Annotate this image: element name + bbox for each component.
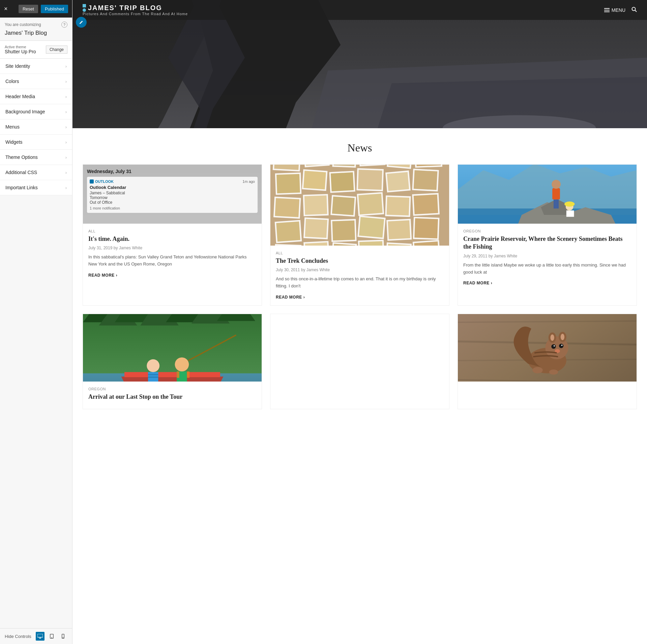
card-crane-title: Crane Prairie Reservoir, Where the Scene… (463, 235, 631, 251)
menu-item-important-links[interactable]: Important Links › (0, 180, 72, 195)
card-crane-read-more[interactable]: READ MORE › (463, 281, 492, 285)
svg-rect-36 (304, 195, 328, 216)
menu-item-site-identity[interactable]: Site Identity › (0, 59, 72, 74)
logo-dot-bottom (83, 8, 86, 12)
menu-item-label-theme-options: Theme Options (5, 155, 38, 160)
notification-date: Wednesday, July 31 (87, 169, 258, 174)
svg-point-67 (564, 201, 575, 206)
svg-point-95 (554, 345, 555, 346)
card-its-time-read-more[interactable]: READ MORE › (88, 273, 117, 278)
svg-line-11 (635, 10, 637, 12)
card-squirrel-image (458, 314, 637, 382)
svg-rect-39 (386, 196, 410, 216)
site-title-wrap: JAMES' TRIP BLOG Pictures And Comments F… (83, 4, 188, 16)
svg-rect-40 (413, 194, 439, 215)
tablet-icon[interactable] (47, 632, 56, 641)
card-trek-image (270, 165, 449, 246)
menu-item-background-image[interactable]: Background Image › (0, 104, 72, 119)
menu-item-widgets[interactable]: Widgets › (0, 135, 72, 150)
news-grid-row2: Oregon Arrival at our Last Stop on the T… (83, 314, 637, 409)
reset-button[interactable]: Reset (19, 5, 38, 13)
svg-rect-44 (358, 216, 385, 239)
svg-rect-23 (273, 165, 300, 171)
nav-menu-button[interactable]: MENU (604, 7, 625, 13)
svg-rect-32 (357, 169, 383, 191)
notification-calendar-label: Outlook Calendar (90, 185, 255, 190)
svg-rect-73 (148, 374, 158, 375)
mobile-icon[interactable] (59, 632, 67, 641)
hide-controls-button[interactable]: Hide Controls (5, 634, 31, 639)
menu-item-theme-options[interactable]: Theme Options › (0, 150, 72, 165)
menu-item-label-background-image: Background Image (5, 109, 45, 114)
hide-controls-label: Hide Controls (5, 634, 31, 639)
svg-rect-50 (359, 241, 384, 246)
site-top-bar: JAMES' TRIP BLOG Pictures And Comments F… (72, 0, 647, 20)
svg-rect-70 (124, 372, 220, 377)
card-its-time-title: It's time. Again. (88, 235, 256, 243)
panel-header-actions: Reset Published (19, 5, 68, 13)
news-grid-row1: Wednesday, July 31 OUTLOOK 1m ago Outloo… (83, 164, 637, 306)
card-middle-row2 (270, 314, 449, 409)
card-arrival-category: Oregon (88, 387, 256, 391)
notification-time: 1m ago (242, 179, 255, 184)
chevron-right-icon: › (65, 170, 67, 175)
card-arrival: Oregon Arrival at our Last Stop on the T… (83, 314, 262, 409)
svg-rect-63 (554, 200, 556, 209)
customizing-text: You are customizing (5, 22, 41, 27)
nav-menu-label: MENU (612, 7, 625, 13)
menu-item-label-header-media: Header Media (5, 94, 35, 99)
desktop-icon[interactable] (36, 632, 45, 641)
active-theme-label: Active theme (5, 45, 36, 49)
edit-pencil-button[interactable] (76, 17, 87, 28)
svg-point-98 (532, 367, 542, 373)
svg-rect-48 (304, 242, 329, 246)
svg-point-99 (549, 369, 558, 374)
svg-rect-33 (386, 171, 410, 192)
notification-more: 1 more notification (90, 206, 255, 210)
close-button[interactable]: × (4, 6, 8, 12)
outlook-icon (90, 179, 94, 184)
svg-rect-77 (177, 371, 179, 378)
card-crane-image (458, 165, 637, 224)
nav-search-button[interactable] (631, 7, 637, 13)
notification-event: James – SabbaticalTomorrowOut of Office (90, 191, 255, 205)
menu-item-label-additional-css: Additional CSS (5, 170, 37, 175)
svg-point-4 (51, 638, 52, 638)
preview-area: JAMES' TRIP BLOG Pictures And Comments F… (72, 0, 647, 644)
notification-app: OUTLOOK (95, 179, 114, 184)
change-theme-button[interactable]: Change (46, 46, 67, 54)
card-crane-prairie: Oregon Crane Prairie Reservoir, Where th… (458, 164, 637, 306)
news-section-title: News (83, 142, 637, 154)
card-trek-body: All The Trek Concludes July 30, 2011 by … (270, 246, 449, 305)
menu-item-additional-css[interactable]: Additional CSS › (0, 165, 72, 180)
menu-item-label-colors: Colors (5, 79, 19, 84)
card-arrival-title: Arrival at our Last Stop on the Tour (88, 393, 256, 401)
svg-rect-0 (37, 634, 43, 637)
card-trek-excerpt: And so this once-in-a-lifetime trip come… (276, 276, 444, 290)
chevron-right-icon: › (65, 124, 67, 130)
menu-item-colors[interactable]: Colors › (0, 74, 72, 89)
svg-rect-64 (556, 200, 559, 209)
svg-rect-29 (276, 173, 301, 194)
card-trek-read-more[interactable]: READ MORE › (276, 295, 305, 300)
chevron-right-icon: › (65, 155, 67, 160)
active-theme-name: Shutter Up Pro (5, 49, 36, 54)
help-icon[interactable]: ? (61, 22, 67, 28)
card-its-time-image: Wednesday, July 31 OUTLOOK 1m ago Outloo… (83, 165, 262, 224)
logo-dot-top (83, 4, 86, 7)
menu-item-header-media[interactable]: Header Media › (0, 89, 72, 104)
site-tagline: Pictures And Comments From The Road And … (83, 12, 188, 16)
svg-rect-38 (358, 193, 383, 215)
svg-point-96 (561, 345, 563, 346)
published-button[interactable]: Published (41, 5, 68, 13)
menu-item-menus[interactable]: Menus › (0, 119, 72, 135)
svg-rect-74 (148, 376, 158, 378)
chevron-right-icon: › (65, 79, 67, 84)
svg-rect-46 (414, 218, 439, 239)
svg-rect-9 (604, 11, 610, 12)
menu-item-label-widgets: Widgets (5, 139, 23, 145)
customizer-panel: × Reset Published You are customizing ? … (0, 0, 72, 644)
menu-item-label-important-links: Important Links (5, 185, 38, 190)
svg-rect-78 (187, 371, 190, 378)
svg-point-75 (175, 357, 189, 371)
